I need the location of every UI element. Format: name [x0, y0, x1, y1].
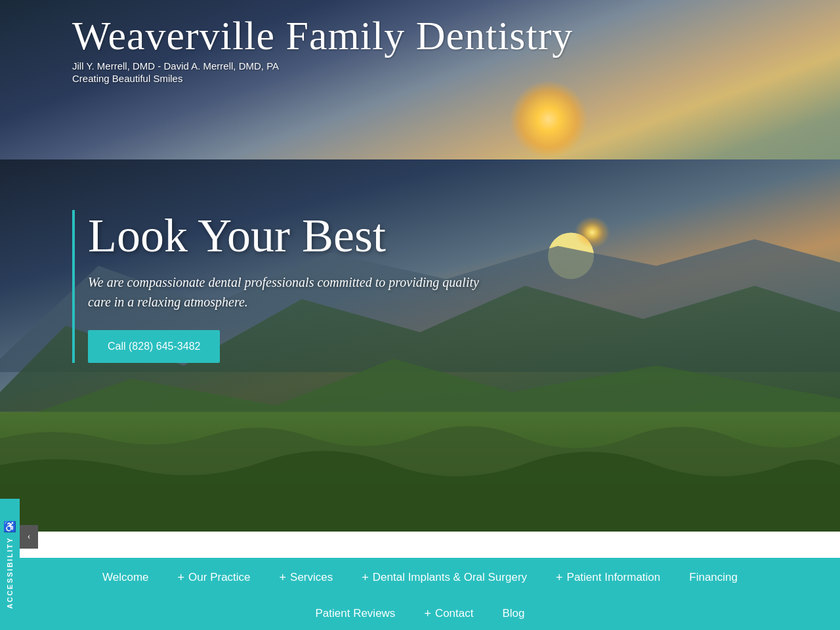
nav-plus-contact: + — [424, 607, 431, 621]
nav-welcome[interactable]: Welcome — [88, 571, 163, 584]
nav-row-secondary: Patient Reviews + Contact Blog — [39, 597, 801, 630]
nav-patient-info[interactable]: + Patient Information — [541, 571, 675, 585]
hero-headline: Look Your Best — [88, 210, 482, 262]
accessibility-label: ACCESSIBILITY — [6, 537, 14, 609]
site-subtitle: Jill Y. Merrell, DMD - David A. Merrell,… — [72, 60, 573, 72]
nav-plus-our-practice: + — [178, 571, 185, 585]
nav-financing[interactable]: Financing — [675, 571, 752, 584]
hero-content: Look Your Best We are compassionate dent… — [72, 210, 482, 363]
cta-button[interactable]: Call (828) 645-3482 — [88, 330, 220, 363]
nav-plus-patient-info: + — [556, 571, 563, 585]
site-title: Weaverville Family Dentistry — [72, 13, 573, 58]
accessibility-bar[interactable]: ♿ ACCESSIBILITY — [0, 499, 20, 630]
site-header: Weaverville Family Dentistry Jill Y. Mer… — [72, 13, 573, 84]
nav-plus-dental-implants: + — [362, 571, 369, 585]
nav-patient-reviews[interactable]: Patient Reviews — [301, 607, 410, 620]
navbar: Welcome + Our Practice + Services + Dent… — [0, 558, 840, 630]
hero-description: We are compassionate dental professional… — [88, 272, 482, 312]
site-tagline: Creating Beautiful Smiles — [72, 73, 573, 84]
nav-our-practice[interactable]: + Our Practice — [163, 571, 265, 585]
nav-contact[interactable]: + Contact — [410, 607, 488, 621]
nav-row-primary: Welcome + Our Practice + Services + Dent… — [39, 558, 801, 597]
nav-dental-implants[interactable]: + Dental Implants & Oral Surgery — [347, 571, 541, 585]
nav-plus-services: + — [280, 571, 287, 585]
accessibility-icon: ♿ — [3, 520, 16, 533]
nav-blog[interactable]: Blog — [488, 607, 539, 620]
collapse-arrow[interactable]: ‹ — [20, 525, 38, 549]
nav-services[interactable]: + Services — [265, 571, 348, 585]
collapse-icon: ‹ — [28, 532, 31, 542]
